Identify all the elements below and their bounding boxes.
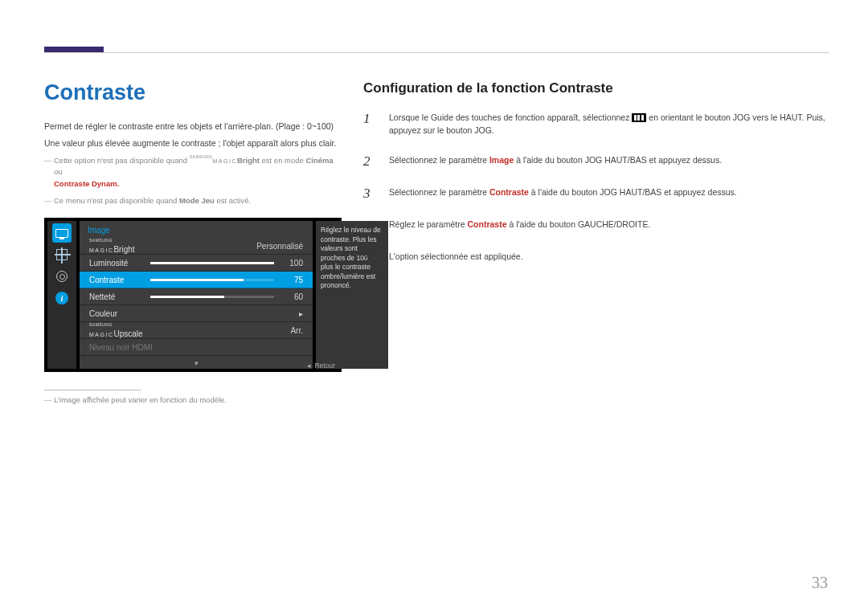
step-3: 3 Sélectionnez le paramètre Contraste à … (363, 186, 829, 202)
osd-row-upscale[interactable]: SAMSUNGMAGICUpscale Arr. (80, 322, 313, 339)
page-number: 33 (812, 574, 828, 592)
gear-icon (56, 271, 68, 282)
step-text: Réglez le paramètre Contraste à l'aide d… (389, 218, 650, 234)
osd-lum-label: Luminosité (89, 259, 128, 268)
step-5: 5 L'option sélectionnée est appliquée. (363, 250, 829, 266)
osd-row-bright[interactable]: SAMSUNGMAGICBright Personnalisé (80, 238, 313, 255)
osd-screenshot: i Image SAMSUNGMAGICBright Personnalisé … (44, 218, 342, 372)
osd-net-value: 60 (294, 292, 303, 301)
osd-hdmi-label: Niveau noir HDMI (89, 343, 153, 352)
monitor-icon (55, 229, 68, 238)
left-column: Contraste Permet de régler le contraste … (44, 80, 343, 404)
step-number: 5 (363, 250, 378, 266)
header-rule (44, 52, 829, 53)
note1-dynam: Contraste Dynam. (54, 179, 119, 188)
step-text: Sélectionnez le paramètre Image à l'aide… (389, 153, 722, 170)
page-title: Contraste (44, 80, 343, 105)
osd-nav-settings[interactable] (52, 267, 72, 286)
osd-row-contraste[interactable]: Contraste 75 (80, 272, 313, 288)
slider (150, 296, 274, 298)
osd-upsc-label: SAMSUNGMAGICUpscale (89, 323, 143, 337)
magic-label: MAGIC (213, 158, 237, 164)
slider (150, 262, 274, 264)
step-4: 4 Réglez le paramètre Contraste à l'aide… (363, 218, 829, 234)
osd-upsc-value: Arr. (290, 326, 303, 335)
osd-contr-label: Contraste (89, 276, 124, 284)
osd-header: Image (80, 221, 313, 238)
step-text: Sélectionnez le paramètre Contraste à l'… (389, 186, 737, 202)
section-subtitle: Configuration de la fonction Contraste (363, 80, 829, 96)
osd-sidebar: i (47, 221, 76, 369)
step-number: 1 (363, 111, 378, 137)
osd-row-hdmi: Niveau noir HDMI (80, 339, 313, 356)
osd-nav-image[interactable] (52, 223, 72, 243)
desc-line-1: Permet de régler le contraste entre les … (44, 120, 343, 133)
frame-icon (56, 249, 68, 260)
step-number: 2 (363, 153, 378, 170)
note1-text-a: Cette option n'est pas disponible quand (54, 156, 190, 165)
back-caret-icon[interactable]: ◂ (307, 362, 311, 370)
osd-footer: ◂ Retour (44, 359, 342, 372)
samsung-label: SAMSUNG (190, 155, 213, 159)
note2-c: est activé. (215, 196, 251, 205)
note2-a: Ce menu n'est pas disponible quand (54, 196, 179, 205)
osd-net-label: Netteté (89, 292, 115, 301)
note1-bright: Bright (237, 156, 260, 165)
osd-footer-label[interactable]: Retour (314, 362, 335, 370)
note1-cinema: Cinéma (305, 156, 333, 165)
note2-modejeu: Mode Jeu (179, 196, 215, 205)
osd-nav-picture[interactable] (52, 245, 72, 264)
step-text: Lorsque le Guide des touches de fonction… (389, 111, 829, 137)
osd-coul-label: Couleur (89, 309, 117, 318)
caption: L'image affichée peut varier en fonction… (44, 395, 343, 404)
osd-row-couleur[interactable]: Couleur ▸ (80, 305, 313, 322)
right-column: Configuration de la fonction Contraste 1… (363, 80, 829, 282)
step-number: 3 (363, 186, 378, 202)
header-accent (44, 47, 104, 52)
info-icon: i (55, 292, 68, 304)
step-2: 2 Sélectionnez le paramètre Image à l'ai… (363, 153, 829, 170)
desc-line-2: Une valeur plus élevée augmente le contr… (44, 137, 343, 150)
osd-row-luminosite[interactable]: Luminosité 100 (80, 255, 313, 272)
step-number: 4 (363, 218, 378, 234)
note-2: Ce menu n'est pas disponible quand Mode … (44, 195, 343, 207)
step-text: L'option sélectionnée est appliquée. (389, 250, 523, 266)
step-1: 1 Lorsque le Guide des touches de foncti… (363, 111, 829, 137)
slider (150, 279, 274, 281)
osd-nav-info[interactable]: i (52, 288, 72, 308)
menu-icon (632, 113, 646, 122)
osd-contr-value: 75 (294, 276, 303, 284)
osd-bright-label: SAMSUNGMAGICBright (89, 239, 135, 253)
osd-lum-value: 100 (289, 259, 303, 268)
note1-text-e: ou (54, 167, 63, 176)
osd-main: Image SAMSUNGMAGICBright Personnalisé Lu… (80, 221, 313, 369)
osd-coul-value: ▸ (299, 309, 303, 318)
osd-bright-value: Personnalisé (256, 242, 303, 251)
note-1: Cette option n'est pas disponible quand … (44, 155, 343, 190)
caption-divider (44, 390, 141, 390)
note1-text-c: est en mode (260, 156, 306, 165)
osd-row-nettete[interactable]: Netteté 60 (80, 288, 313, 305)
